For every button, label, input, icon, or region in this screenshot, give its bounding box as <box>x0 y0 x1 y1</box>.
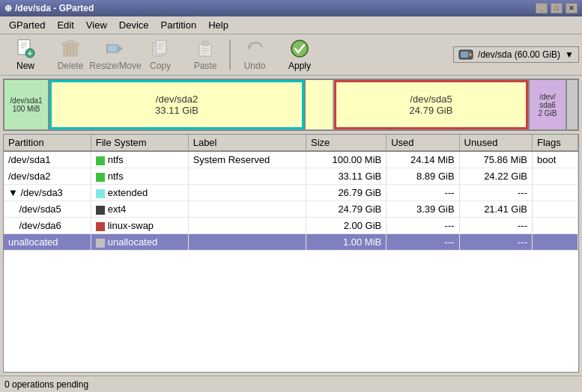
menubar: GParted Edit View Device Partition Help <box>0 16 582 34</box>
menu-help[interactable]: Help <box>202 18 234 32</box>
svg-rect-1 <box>21 43 27 44</box>
paste-label: Paste <box>194 61 217 71</box>
svg-rect-24 <box>201 52 206 54</box>
toolbar: + New Delete <box>0 34 453 75</box>
svg-rect-19 <box>158 48 162 49</box>
pv-sda2-label: /dev/sda2 <box>156 94 198 105</box>
device-icon <box>458 49 473 61</box>
titlebar-left: ⊕ /dev/sda - GParted <box>4 3 94 13</box>
table-row[interactable]: /dev/sda6linux-swap2.00 GiB------ <box>4 218 578 234</box>
maximize-button[interactable]: □ <box>551 3 563 13</box>
col-label: Label <box>188 135 306 151</box>
svg-rect-22 <box>201 48 209 49</box>
pv-sda2[interactable]: /dev/sda2 33.11 GiB <box>49 80 304 129</box>
menu-view[interactable]: View <box>80 18 113 32</box>
copy-button[interactable]: Copy <box>138 37 183 73</box>
svg-rect-8 <box>67 40 73 43</box>
table-row[interactable]: unallocatedunallocated1.00 MiB------ <box>4 234 578 251</box>
pv-sda5-size: 24.79 GiB <box>410 105 453 116</box>
pv-sda2-size: 33.11 GiB <box>155 105 198 116</box>
apply-button[interactable]: Apply <box>277 37 322 73</box>
device-label: /dev/sda (60.00 GiB) <box>478 49 560 60</box>
delete-button[interactable]: Delete <box>48 37 93 73</box>
svg-rect-3 <box>21 47 25 49</box>
svg-rect-21 <box>202 41 208 46</box>
device-selector[interactable]: /dev/sda (60.00 GiB) ▼ <box>453 46 579 63</box>
menu-device[interactable]: Device <box>113 18 155 32</box>
pv-sda6[interactable]: /dev/ sda6 2 GiB <box>528 80 566 129</box>
copy-label: Copy <box>150 61 171 71</box>
pv-sda5-label: /dev/sda5 <box>410 94 452 105</box>
close-button[interactable]: ✕ <box>566 3 578 13</box>
svg-point-26 <box>291 40 308 57</box>
pv-unallocated <box>566 80 578 129</box>
table-row[interactable]: /dev/sda1ntfsSystem Reserved100.00 MiB24… <box>4 151 578 168</box>
new-icon: + <box>15 38 36 59</box>
table-body: /dev/sda1ntfsSystem Reserved100.00 MiB24… <box>4 151 578 251</box>
svg-point-29 <box>469 53 472 56</box>
undo-button[interactable]: Undo <box>232 37 277 73</box>
statusbar: 0 operations pending <box>0 376 582 392</box>
resize-label: Resize/Move <box>89 61 141 71</box>
new-label: New <box>16 61 34 71</box>
undo-icon <box>244 38 265 59</box>
paste-icon <box>195 38 216 59</box>
apply-icon <box>289 38 310 59</box>
delete-icon <box>60 38 81 59</box>
col-unused: Unused <box>459 135 532 151</box>
titlebar-title: /dev/sda - GParted <box>15 3 94 13</box>
partition-data-table: Partition File System Label Size Used Un… <box>4 135 578 251</box>
device-area: /dev/sda (60.00 GiB) ▼ <box>453 44 582 65</box>
svg-rect-16 <box>156 40 166 54</box>
minimize-button[interactable]: _ <box>536 3 548 13</box>
svg-rect-18 <box>158 46 164 47</box>
titlebar: ⊕ /dev/sda - GParted _ □ ✕ <box>0 0 582 16</box>
paste-button[interactable]: Paste <box>183 37 228 73</box>
pv-sda5[interactable]: /dev/sda5 24.79 GiB <box>334 80 528 129</box>
undo-label: Undo <box>244 61 266 71</box>
toolbar-separator <box>229 40 231 70</box>
menu-edit[interactable]: Edit <box>51 18 79 32</box>
svg-rect-2 <box>21 45 27 46</box>
svg-marker-13 <box>118 45 123 52</box>
table-row[interactable]: ▼ /dev/sda3extended26.79 GiB------ <box>4 185 578 201</box>
copy-icon <box>150 38 171 59</box>
pv-sda3: /dev/sda5 24.79 GiB /dev/ sda6 2 GiB <box>304 80 578 129</box>
pv-sda3-indent <box>306 80 334 129</box>
resize-icon <box>105 38 126 59</box>
svg-rect-12 <box>107 45 118 52</box>
table-row[interactable]: /dev/sda2ntfs33.11 GiB8.89 GiB24.22 GiB <box>4 168 578 185</box>
col-filesystem: File System <box>91 135 188 151</box>
partition-table: Partition File System Label Size Used Un… <box>3 134 579 373</box>
titlebar-controls: _ □ ✕ <box>536 3 578 13</box>
svg-text:+: + <box>28 49 32 58</box>
col-flags: Flags <box>532 135 578 151</box>
new-button[interactable]: + New <box>3 37 48 73</box>
svg-rect-17 <box>158 43 164 45</box>
app-icon: ⊕ <box>4 3 12 13</box>
partition-visual: /dev/sda1 100 MiB /dev/sda2 33.11 GiB /d… <box>3 79 579 131</box>
svg-rect-28 <box>461 52 468 58</box>
menu-partition[interactable]: Partition <box>155 18 203 32</box>
table-row[interactable]: /dev/sda5ext424.79 GiB3.39 GiB21.41 GiB <box>4 201 578 218</box>
menu-gparted[interactable]: GParted <box>3 18 51 32</box>
col-size: Size <box>306 135 387 151</box>
table-header-row: Partition File System Label Size Used Un… <box>4 135 578 151</box>
pv-sda1[interactable]: /dev/sda1 100 MiB <box>4 80 49 129</box>
delete-label: Delete <box>58 61 84 71</box>
apply-label: Apply <box>288 61 311 71</box>
col-used: Used <box>387 135 459 151</box>
status-text: 0 operations pending <box>4 379 88 390</box>
svg-rect-23 <box>201 50 209 52</box>
col-partition: Partition <box>4 135 91 151</box>
device-dropdown-icon: ▼ <box>565 49 574 60</box>
resize-button[interactable]: Resize/Move <box>93 37 138 73</box>
